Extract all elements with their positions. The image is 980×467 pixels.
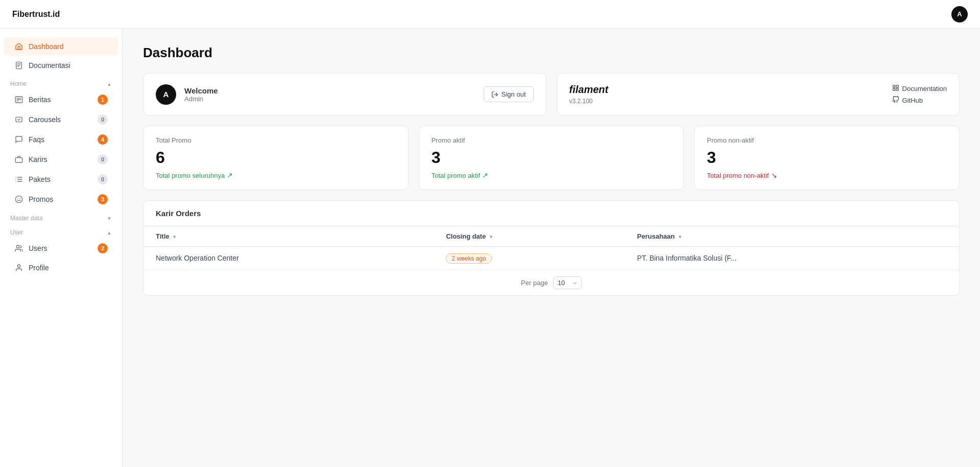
stat-card-promo-nonaktif: Promo non-aktif 3 Total promo non-aktif … <box>694 126 960 190</box>
filament-name: filament <box>569 84 884 96</box>
chevron-up-icon: ▲ <box>107 81 112 87</box>
sidebar-item-karirs[interactable]: Karirs 0 <box>4 150 118 169</box>
welcome-text: Welcome Admin <box>184 86 218 103</box>
carousel-icon <box>14 115 23 124</box>
sort-icon-perusahaan: ▾ <box>679 234 681 240</box>
sidebar-item-profile-label: Profile <box>29 264 49 272</box>
filament-card: filament v3.2.100 Documen <box>557 73 960 115</box>
sidebar-item-karirs-label: Karirs <box>29 155 47 164</box>
sidebar-section-master-data[interactable]: Master data ▼ <box>0 209 122 224</box>
sidebar-item-beritas[interactable]: Beritas 1 <box>4 90 118 109</box>
karirs-badge: 0 <box>98 154 108 165</box>
col-title[interactable]: Title ▾ <box>144 226 434 247</box>
sidebar-item-faqs[interactable]: Faqs 4 <box>4 130 118 149</box>
sidebar-item-faqs-label: Faqs <box>29 135 44 144</box>
user-avatar[interactable]: A <box>951 6 968 22</box>
trend-up-icon-1: ↗ <box>482 171 488 179</box>
svg-rect-22 <box>893 85 895 87</box>
table-footer: Per page 10 25 50 100 <box>144 270 959 295</box>
sidebar-item-dashboard[interactable]: Dashboard <box>4 37 118 56</box>
col-closing-date[interactable]: Closing date ▾ <box>434 226 625 247</box>
per-page-select[interactable]: 10 25 50 100 <box>553 276 582 289</box>
sidebar-item-pakets[interactable]: Pakets 0 <box>4 170 118 189</box>
welcome-card: A Welcome Admin Sign out <box>143 73 546 115</box>
sort-icon-closing-date: ▾ <box>490 234 492 240</box>
sidebar-item-carousels[interactable]: Carousels 0 <box>4 110 118 129</box>
sidebar-item-promos-label: Promos <box>29 195 53 203</box>
svg-rect-9 <box>15 158 22 162</box>
signout-icon <box>491 91 498 98</box>
beritas-badge: 1 <box>98 95 108 105</box>
home-icon <box>14 42 23 51</box>
welcome-role: Admin <box>184 95 218 103</box>
sidebar-item-users[interactable]: Users 2 <box>4 239 118 258</box>
sidebar-item-documentasi[interactable]: Documentasi <box>4 56 118 75</box>
sidebar-section-home-label: Home <box>10 80 27 87</box>
grid-icon <box>892 84 899 93</box>
sidebar-item-profile[interactable]: Profile <box>4 259 118 277</box>
app-logo: Fibertrust.id <box>12 10 60 19</box>
github-icon <box>892 96 899 105</box>
profile-icon <box>14 263 23 272</box>
sidebar-item-dashboard-label: Dashboard <box>29 42 64 51</box>
svg-point-16 <box>15 196 22 202</box>
sidebar-section-home[interactable]: Home ▲ <box>0 75 122 89</box>
stat-total-promo-label: Total Promo <box>156 136 396 144</box>
sidebar-section-user[interactable]: User ▲ <box>0 224 122 238</box>
row-perusahaan: PT. Bina Informatika Solusi (F... <box>625 247 959 270</box>
stat-total-promo-sub: Total promo seluruhnya ↗ <box>156 171 396 179</box>
col-perusahaan[interactable]: Perusahaan ▾ <box>625 226 959 247</box>
per-page-label: Per page <box>521 279 548 287</box>
stat-total-promo-sub-label: Total promo seluruhnya <box>156 172 225 179</box>
chevron-down-icon: ▼ <box>107 216 112 221</box>
sidebar-section-master-data-label: Master data <box>10 215 42 222</box>
users-badge: 2 <box>98 243 108 253</box>
stat-promo-aktif-value: 3 <box>432 148 672 167</box>
sidebar-item-users-label: Users <box>29 244 47 252</box>
table-row: Network Operation Center 2 weeks ago PT.… <box>144 247 959 270</box>
sign-out-button[interactable]: Sign out <box>484 86 534 102</box>
filament-link-github[interactable]: GitHub <box>892 96 923 105</box>
karir-orders-title: Karir Orders <box>144 201 959 226</box>
news-icon <box>14 95 23 104</box>
page-title: Dashboard <box>143 45 960 61</box>
sidebar: Dashboard Documentasi Home ▲ <box>0 29 123 467</box>
promos-icon <box>14 195 23 204</box>
carousels-badge: 0 <box>98 114 108 125</box>
sort-icon-title: ▾ <box>173 234 176 240</box>
svg-point-20 <box>17 265 20 267</box>
main-content: Dashboard A Welcome Admin Sign out <box>123 29 980 467</box>
sign-out-label: Sign out <box>501 90 526 98</box>
promos-badge: 3 <box>98 194 108 204</box>
sidebar-item-promos[interactable]: Promos 3 <box>4 190 118 209</box>
svg-rect-23 <box>896 85 898 87</box>
row-closing-date: 2 weeks ago <box>434 247 625 270</box>
svg-rect-25 <box>896 88 898 90</box>
sidebar-item-pakets-label: Pakets <box>29 175 51 183</box>
stat-total-promo-value: 6 <box>156 148 396 167</box>
stat-card-promo-aktif: Promo aktif 3 Total promo aktif ↗ <box>419 126 684 190</box>
faq-icon <box>14 135 23 144</box>
sidebar-item-documentasi-label: Documentasi <box>29 61 70 69</box>
filament-version: v3.2.100 <box>569 98 884 105</box>
sidebar-item-carousels-label: Carousels <box>29 115 61 124</box>
svg-rect-24 <box>893 88 895 90</box>
karir-orders-table: Title ▾ Closing date ▾ Perusahaan ▾ <box>144 226 959 270</box>
trend-down-icon: ↘ <box>771 171 777 179</box>
closing-date-badge: 2 weeks ago <box>446 253 491 264</box>
doc-icon <box>14 61 23 70</box>
row-title: Network Operation Center <box>144 247 434 270</box>
topbar: Fibertrust.id A <box>0 0 980 29</box>
filament-link-documentation[interactable]: Documentation <box>892 84 947 93</box>
welcome-name: Welcome <box>184 86 218 95</box>
stat-promo-nonaktif-sub-label: Total promo non-aktif <box>707 172 769 179</box>
stat-promo-nonaktif-sub: Total promo non-aktif ↘ <box>707 171 947 179</box>
top-cards-row: A Welcome Admin Sign out <box>143 73 960 115</box>
stat-promo-aktif-label: Promo aktif <box>432 136 672 144</box>
filament-info: filament v3.2.100 <box>569 84 884 105</box>
stats-row: Total Promo 6 Total promo seluruhnya ↗ P… <box>143 126 960 190</box>
users-icon <box>14 244 23 253</box>
pakets-icon <box>14 175 23 184</box>
stat-promo-nonaktif-label: Promo non-aktif <box>707 136 947 144</box>
welcome-avatar: A <box>156 84 176 105</box>
